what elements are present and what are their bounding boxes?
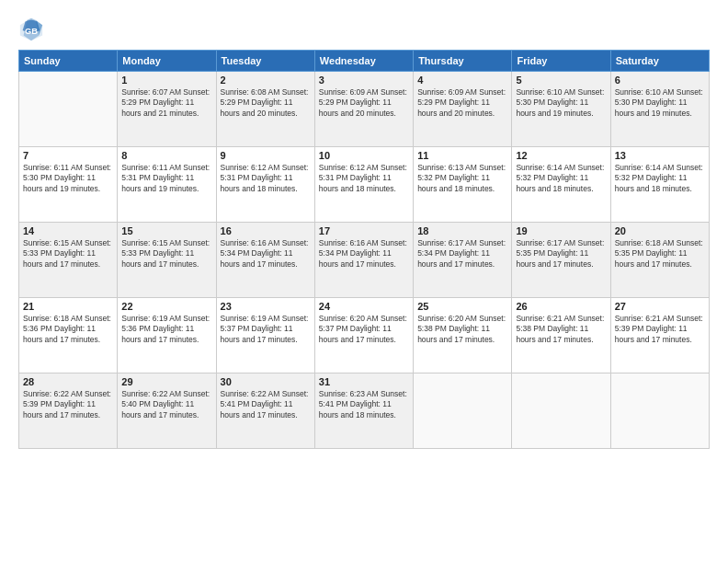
day-number: 5 xyxy=(516,75,606,86)
day-number: 11 xyxy=(417,150,507,161)
calendar-cell: 5Sunrise: 6:10 AM Sunset: 5:30 PM Daylig… xyxy=(512,72,610,147)
day-number: 21 xyxy=(23,301,113,312)
day-info: Sunrise: 6:07 AM Sunset: 5:29 PM Dayligh… xyxy=(121,87,211,119)
calendar-cell: 2Sunrise: 6:08 AM Sunset: 5:29 PM Daylig… xyxy=(216,72,314,147)
day-number: 1 xyxy=(121,75,211,86)
calendar-cell: 28Sunrise: 6:22 AM Sunset: 5:39 PM Dayli… xyxy=(19,373,118,449)
calendar-cell xyxy=(512,373,610,449)
calendar-cell: 1Sunrise: 6:07 AM Sunset: 5:29 PM Daylig… xyxy=(118,72,216,147)
day-number: 4 xyxy=(417,75,507,86)
calendar-cell: 10Sunrise: 6:12 AM Sunset: 5:31 PM Dayli… xyxy=(314,147,413,223)
day-info: Sunrise: 6:09 AM Sunset: 5:29 PM Dayligh… xyxy=(319,87,409,119)
weekday-header-row: SundayMondayTuesdayWednesdayThursdayFrid… xyxy=(19,51,710,72)
day-number: 20 xyxy=(615,225,705,236)
day-info: Sunrise: 6:20 AM Sunset: 5:37 PM Dayligh… xyxy=(319,314,409,345)
calendar-cell: 15Sunrise: 6:15 AM Sunset: 5:33 PM Dayli… xyxy=(118,223,216,298)
day-number: 26 xyxy=(516,301,606,312)
svg-text:GB: GB xyxy=(25,27,38,36)
calendar-cell: 8Sunrise: 6:11 AM Sunset: 5:31 PM Daylig… xyxy=(118,147,216,223)
calendar-cell: 14Sunrise: 6:15 AM Sunset: 5:33 PM Dayli… xyxy=(19,223,118,298)
day-info: Sunrise: 6:15 AM Sunset: 5:33 PM Dayligh… xyxy=(23,238,113,270)
calendar-cell: 20Sunrise: 6:18 AM Sunset: 5:35 PM Dayli… xyxy=(610,223,709,298)
day-info: Sunrise: 6:11 AM Sunset: 5:30 PM Dayligh… xyxy=(23,163,113,194)
calendar-page: GB SundayMondayTuesdayWednesdayThursdayF… xyxy=(0,0,728,563)
calendar-cell: 18Sunrise: 6:17 AM Sunset: 5:34 PM Dayli… xyxy=(414,223,512,298)
day-info: Sunrise: 6:23 AM Sunset: 5:41 PM Dayligh… xyxy=(319,389,409,420)
calendar-cell xyxy=(19,72,118,147)
day-number: 9 xyxy=(221,150,311,161)
weekday-header-tuesday: Tuesday xyxy=(216,51,314,72)
day-number: 14 xyxy=(23,225,113,236)
day-number: 8 xyxy=(121,150,211,161)
week-row-3: 14Sunrise: 6:15 AM Sunset: 5:33 PM Dayli… xyxy=(19,223,710,298)
day-number: 23 xyxy=(221,301,311,312)
weekday-header-monday: Monday xyxy=(118,51,216,72)
calendar-cell: 9Sunrise: 6:12 AM Sunset: 5:31 PM Daylig… xyxy=(216,147,314,223)
calendar-cell: 12Sunrise: 6:14 AM Sunset: 5:32 PM Dayli… xyxy=(512,147,610,223)
day-info: Sunrise: 6:17 AM Sunset: 5:35 PM Dayligh… xyxy=(516,238,606,270)
calendar-cell: 7Sunrise: 6:11 AM Sunset: 5:30 PM Daylig… xyxy=(19,147,118,223)
day-number: 22 xyxy=(121,301,211,312)
calendar-cell: 30Sunrise: 6:22 AM Sunset: 5:41 PM Dayli… xyxy=(216,373,314,449)
day-number: 3 xyxy=(319,75,409,86)
calendar-cell: 25Sunrise: 6:20 AM Sunset: 5:38 PM Dayli… xyxy=(414,298,512,373)
calendar-table: SundayMondayTuesdayWednesdayThursdayFrid… xyxy=(18,50,710,449)
day-number: 7 xyxy=(23,150,113,161)
week-row-4: 21Sunrise: 6:18 AM Sunset: 5:36 PM Dayli… xyxy=(19,298,710,373)
day-info: Sunrise: 6:21 AM Sunset: 5:39 PM Dayligh… xyxy=(615,314,705,345)
calendar-cell: 17Sunrise: 6:16 AM Sunset: 5:34 PM Dayli… xyxy=(314,223,413,298)
logo-icon: GB xyxy=(18,17,44,42)
weekday-header-sunday: Sunday xyxy=(19,51,118,72)
week-row-1: 1Sunrise: 6:07 AM Sunset: 5:29 PM Daylig… xyxy=(19,72,710,147)
day-info: Sunrise: 6:22 AM Sunset: 5:40 PM Dayligh… xyxy=(121,389,211,420)
day-number: 15 xyxy=(121,225,211,236)
day-info: Sunrise: 6:22 AM Sunset: 5:39 PM Dayligh… xyxy=(23,389,113,420)
day-number: 24 xyxy=(319,301,409,312)
day-info: Sunrise: 6:20 AM Sunset: 5:38 PM Dayligh… xyxy=(417,314,507,345)
calendar-cell xyxy=(610,373,709,449)
day-number: 12 xyxy=(516,150,606,161)
logo: GB xyxy=(18,17,48,42)
weekday-header-friday: Friday xyxy=(512,51,610,72)
calendar-cell: 24Sunrise: 6:20 AM Sunset: 5:37 PM Dayli… xyxy=(314,298,413,373)
day-info: Sunrise: 6:13 AM Sunset: 5:32 PM Dayligh… xyxy=(417,163,507,194)
header: GB xyxy=(18,17,710,42)
day-number: 30 xyxy=(221,376,311,387)
calendar-cell: 6Sunrise: 6:10 AM Sunset: 5:30 PM Daylig… xyxy=(610,72,709,147)
day-info: Sunrise: 6:15 AM Sunset: 5:33 PM Dayligh… xyxy=(121,238,211,270)
day-number: 13 xyxy=(615,150,705,161)
calendar-cell: 31Sunrise: 6:23 AM Sunset: 5:41 PM Dayli… xyxy=(314,373,413,449)
day-number: 10 xyxy=(319,150,409,161)
week-row-2: 7Sunrise: 6:11 AM Sunset: 5:30 PM Daylig… xyxy=(19,147,710,223)
calendar-cell: 22Sunrise: 6:19 AM Sunset: 5:36 PM Dayli… xyxy=(118,298,216,373)
calendar-cell: 21Sunrise: 6:18 AM Sunset: 5:36 PM Dayli… xyxy=(19,298,118,373)
day-info: Sunrise: 6:14 AM Sunset: 5:32 PM Dayligh… xyxy=(615,163,705,194)
day-info: Sunrise: 6:10 AM Sunset: 5:30 PM Dayligh… xyxy=(615,87,705,119)
day-info: Sunrise: 6:09 AM Sunset: 5:29 PM Dayligh… xyxy=(417,87,507,119)
calendar-cell: 19Sunrise: 6:17 AM Sunset: 5:35 PM Dayli… xyxy=(512,223,610,298)
calendar-cell: 23Sunrise: 6:19 AM Sunset: 5:37 PM Dayli… xyxy=(216,298,314,373)
day-number: 31 xyxy=(319,376,409,387)
calendar-cell: 29Sunrise: 6:22 AM Sunset: 5:40 PM Dayli… xyxy=(118,373,216,449)
calendar-cell: 4Sunrise: 6:09 AM Sunset: 5:29 PM Daylig… xyxy=(414,72,512,147)
day-number: 17 xyxy=(319,225,409,236)
day-number: 18 xyxy=(417,225,507,236)
day-info: Sunrise: 6:21 AM Sunset: 5:38 PM Dayligh… xyxy=(516,314,606,345)
calendar-cell: 27Sunrise: 6:21 AM Sunset: 5:39 PM Dayli… xyxy=(610,298,709,373)
calendar-cell: 3Sunrise: 6:09 AM Sunset: 5:29 PM Daylig… xyxy=(314,72,413,147)
weekday-header-saturday: Saturday xyxy=(610,51,709,72)
day-info: Sunrise: 6:10 AM Sunset: 5:30 PM Dayligh… xyxy=(516,87,606,119)
day-info: Sunrise: 6:18 AM Sunset: 5:36 PM Dayligh… xyxy=(23,314,113,345)
day-info: Sunrise: 6:14 AM Sunset: 5:32 PM Dayligh… xyxy=(516,163,606,194)
day-info: Sunrise: 6:08 AM Sunset: 5:29 PM Dayligh… xyxy=(221,87,311,119)
day-number: 28 xyxy=(23,376,113,387)
calendar-cell: 16Sunrise: 6:16 AM Sunset: 5:34 PM Dayli… xyxy=(216,223,314,298)
day-info: Sunrise: 6:16 AM Sunset: 5:34 PM Dayligh… xyxy=(319,238,409,270)
weekday-header-thursday: Thursday xyxy=(414,51,512,72)
calendar-cell: 13Sunrise: 6:14 AM Sunset: 5:32 PM Dayli… xyxy=(610,147,709,223)
week-row-5: 28Sunrise: 6:22 AM Sunset: 5:39 PM Dayli… xyxy=(19,373,710,449)
day-number: 29 xyxy=(121,376,211,387)
day-info: Sunrise: 6:19 AM Sunset: 5:37 PM Dayligh… xyxy=(221,314,311,345)
day-info: Sunrise: 6:17 AM Sunset: 5:34 PM Dayligh… xyxy=(417,238,507,270)
day-info: Sunrise: 6:16 AM Sunset: 5:34 PM Dayligh… xyxy=(221,238,311,270)
